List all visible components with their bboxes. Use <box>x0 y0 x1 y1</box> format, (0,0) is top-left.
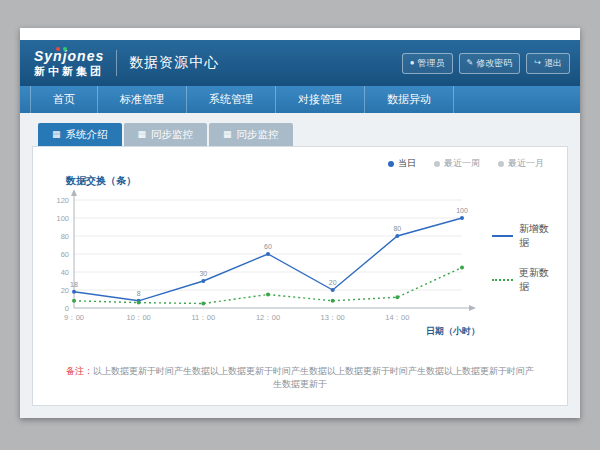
logout-icon: ↪ <box>534 59 541 67</box>
svg-text:日期（小时）: 日期（小时） <box>426 326 480 336</box>
svg-text:80: 80 <box>61 232 69 241</box>
footnote: 备注：以上数据更新于时间产生数据以上数据更新于时间产生数据以上数据更新于时间产生… <box>46 365 554 395</box>
nav-item-home-label: 首页 <box>53 92 75 107</box>
svg-text:18: 18 <box>70 281 78 288</box>
logout-button[interactable]: ↪ 退出 <box>526 53 570 74</box>
nav-item-data-change-label: 数据异动 <box>387 92 431 107</box>
nav-item-standard-label: 标准管理 <box>120 92 164 107</box>
nav-item-standard-management[interactable]: 标准管理 <box>98 86 187 113</box>
filter-last-month-label: 最近一月 <box>508 157 544 170</box>
logo-text: Synjones <box>34 49 104 63</box>
logo-red-dot <box>56 47 60 51</box>
legend-update-data: 更新数据 <box>492 266 554 294</box>
change-password-button[interactable]: ✎ 修改密码 <box>459 53 521 74</box>
svg-text:20: 20 <box>61 286 69 295</box>
nav-item-docking-management[interactable]: 对接管理 <box>276 86 365 113</box>
tab-system-intro[interactable]: ▦ 系统介绍 <box>38 123 122 146</box>
logo-green-dot <box>63 47 67 51</box>
svg-text:14：00: 14：00 <box>385 313 409 322</box>
tab-sync-monitor-1[interactable]: ▦ 同步监控 <box>124 123 208 146</box>
edit-password-icon: ✎ <box>467 59 474 67</box>
logout-label: 退出 <box>544 57 562 70</box>
window-top-strip <box>20 28 580 40</box>
tab-bar: ▦ 系统介绍 ▦ 同步监控 ▦ 同步监控 <box>32 123 568 146</box>
update-data-line-sample-icon <box>492 279 513 281</box>
svg-text:30: 30 <box>199 270 207 277</box>
main-nav: 首页 标准管理 系统管理 对接管理 数据异动 <box>20 86 580 113</box>
svg-text:60: 60 <box>264 243 272 250</box>
nav-item-system-management[interactable]: 系统管理 <box>187 86 276 113</box>
footnote-prefix: 备注： <box>66 366 93 376</box>
legend-new-data-label: 新增数据 <box>519 222 554 250</box>
company-logo: Synjones 新中新集团 <box>34 49 104 77</box>
page-title: 数据资源中心 <box>129 54 219 72</box>
svg-text:8: 8 <box>137 290 141 297</box>
filter-last-month[interactable]: 最近一月 <box>498 157 544 170</box>
app-header: Synjones 新中新集团 数据资源中心 ● 管理员 ✎ 修改密码 ↪ 退出 <box>20 40 580 86</box>
legend-new-data: 新增数据 <box>492 222 554 250</box>
header-divider <box>116 50 117 76</box>
footnote-text: 以上数据更新于时间产生数据以上数据更新于时间产生数据以上数据更新于时间产生数据以… <box>93 366 534 389</box>
svg-text:9：00: 9：00 <box>64 313 84 322</box>
new-data-line-sample-icon <box>492 235 513 237</box>
y-axis-title: 数据交换（条） <box>66 174 554 188</box>
chart-row: 0204060801001209：0010：0011：0012：0013：001… <box>46 190 554 340</box>
svg-text:13：00: 13：00 <box>321 313 345 322</box>
tab-sync-monitor-2-label: 同步监控 <box>237 128 279 142</box>
svg-text:60: 60 <box>61 250 69 259</box>
svg-text:10：00: 10：00 <box>127 313 151 322</box>
filter-today-dot-icon <box>388 161 394 167</box>
filter-last-month-dot-icon <box>498 161 504 167</box>
header-actions: ● 管理员 ✎ 修改密码 ↪ 退出 <box>402 53 570 74</box>
change-password-label: 修改密码 <box>476 57 512 70</box>
nav-item-system-label: 系统管理 <box>209 92 253 107</box>
grid-icon: ▦ <box>223 130 232 139</box>
svg-text:80: 80 <box>393 225 401 232</box>
svg-text:100: 100 <box>456 207 468 214</box>
filter-last-week-dot-icon <box>434 161 440 167</box>
svg-text:100: 100 <box>56 214 69 223</box>
svg-text:120: 120 <box>56 196 69 205</box>
logo-subtext: 新中新集团 <box>34 66 104 77</box>
chart-panel: 当日 最近一周 最近一月 数据交换（条） 0204060801001209：00… <box>32 146 568 406</box>
grid-icon: ▦ <box>52 130 61 139</box>
filter-last-week-label: 最近一周 <box>444 157 480 170</box>
admin-user-button[interactable]: ● 管理员 <box>402 53 453 74</box>
legend-update-data-label: 更新数据 <box>519 266 554 294</box>
svg-text:40: 40 <box>61 268 69 277</box>
svg-text:0: 0 <box>65 304 69 313</box>
user-icon: ● <box>410 59 415 67</box>
filter-today[interactable]: 当日 <box>388 157 416 170</box>
app-window: Synjones 新中新集团 数据资源中心 ● 管理员 ✎ 修改密码 ↪ 退出 … <box>20 28 580 418</box>
svg-text:11：00: 11：00 <box>192 313 216 322</box>
filter-last-week[interactable]: 最近一周 <box>434 157 480 170</box>
data-exchange-line-chart: 0204060801001209：0010：0011：0012：0013：001… <box>46 190 490 340</box>
grid-icon: ▦ <box>138 130 147 139</box>
tab-sync-monitor-1-label: 同步监控 <box>151 128 193 142</box>
content-area: ▦ 系统介绍 ▦ 同步监控 ▦ 同步监控 当日 最近一周 <box>20 113 580 418</box>
svg-text:20: 20 <box>329 279 337 286</box>
svg-text:12：00: 12：00 <box>256 313 280 322</box>
filter-today-label: 当日 <box>398 157 416 170</box>
tab-sync-monitor-2[interactable]: ▦ 同步监控 <box>209 123 293 146</box>
nav-item-home[interactable]: 首页 <box>30 86 98 113</box>
nav-item-data-change[interactable]: 数据异动 <box>365 86 454 113</box>
series-legend: 新增数据 更新数据 <box>492 222 554 294</box>
nav-item-docking-label: 对接管理 <box>298 92 342 107</box>
tab-system-intro-label: 系统介绍 <box>66 128 108 142</box>
admin-user-label: 管理员 <box>418 57 445 70</box>
period-filter-legend: 当日 最近一周 最近一月 <box>46 157 554 170</box>
